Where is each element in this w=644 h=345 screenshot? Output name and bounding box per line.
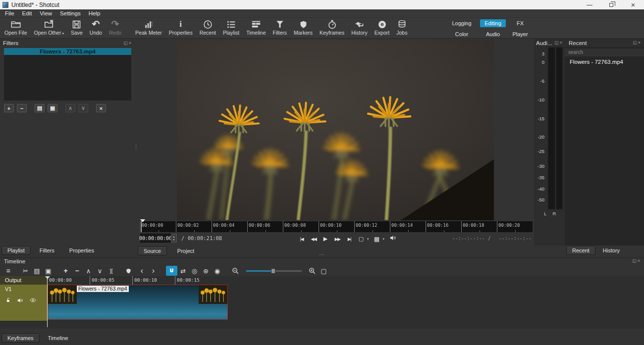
history-button[interactable]: History — [348, 18, 371, 36]
float-panel-icon[interactable]: ◱ — [123, 41, 129, 46]
jobs-button[interactable]: Jobs — [393, 18, 411, 36]
player-playhead[interactable] — [141, 221, 142, 232]
float-panel-icon[interactable]: ◱ — [632, 258, 638, 263]
recent-search-input[interactable] — [565, 49, 644, 56]
tab-history[interactable]: History — [597, 246, 626, 255]
open-file-button[interactable]: Open File — [1, 18, 31, 36]
menu-item[interactable]: View — [36, 10, 56, 16]
ripple-delete-button[interactable]: − — [71, 266, 83, 276]
tab-recent[interactable]: Recent — [566, 246, 595, 255]
v1-track-header[interactable]: V1 — [0, 285, 47, 321]
timeline-button[interactable]: Timeline — [243, 18, 269, 36]
peak-meter-button[interactable]: Peak Meter — [132, 18, 165, 36]
tab-keyframes[interactable]: Keyframes — [1, 334, 40, 343]
tab-timeline[interactable]: Timeline — [42, 334, 74, 343]
mute-track-button[interactable] — [17, 297, 24, 304]
skip-to-end-button[interactable]: ▶| — [345, 237, 353, 242]
hide-track-button[interactable] — [29, 296, 37, 304]
timeline-playhead-cap[interactable] — [45, 276, 50, 279]
zoom-in-button[interactable] — [307, 266, 318, 276]
zoom-fit-button[interactable]: ▢ — [318, 266, 329, 276]
cut-button[interactable]: ✂ — [20, 266, 31, 276]
paste-filters-button[interactable]: ▣ — [48, 104, 57, 112]
grid-button[interactable]: ▦ — [373, 236, 381, 243]
close-button[interactable]: × — [622, 0, 644, 9]
recent-button[interactable]: Recent — [196, 18, 219, 36]
float-panel-icon[interactable]: ◱ — [633, 40, 638, 45]
timeline-ruler[interactable]: 00:00:0000:00:0500:00:1000:00:15 — [47, 276, 644, 285]
timeline-menu-button[interactable]: ≡ — [2, 266, 14, 276]
close-panel-icon[interactable]: × — [638, 40, 642, 45]
deselect-filter-button[interactable]: × — [96, 104, 106, 112]
ripple-button[interactable]: ◎ — [189, 266, 200, 276]
redo-button[interactable]: ↷ Redo — [106, 18, 125, 36]
close-panel-icon[interactable]: × — [560, 40, 563, 45]
lock-track-button[interactable] — [5, 297, 11, 303]
open-other-button[interactable]: Open Other▾ — [31, 18, 67, 36]
mode-player[interactable]: Player — [508, 30, 532, 38]
mode-logging[interactable]: Logging — [447, 19, 476, 27]
ripple-markers-button[interactable]: ◉ — [212, 266, 223, 276]
append-button[interactable]: + — [60, 266, 71, 276]
mode-color[interactable]: Color — [451, 30, 473, 38]
menu-item[interactable]: Edit — [18, 10, 36, 16]
grid-dropdown-icon[interactable]: ▾ — [383, 237, 385, 241]
video-preview[interactable] — [177, 40, 494, 220]
output-track-header[interactable]: Output — [0, 276, 47, 285]
scrub-while-dragging-button[interactable]: ⇄ — [177, 266, 189, 276]
mode-fx[interactable]: FX — [512, 19, 528, 27]
add-filter-button[interactable]: + — [4, 104, 14, 112]
keyframes-button[interactable]: Keyframes — [316, 18, 348, 36]
timeline-clip[interactable]: Flowers - 72763.mp4 — [48, 285, 228, 320]
menu-item[interactable]: Settings — [56, 10, 85, 16]
marker-button[interactable] — [123, 266, 134, 276]
timeline-playhead[interactable] — [47, 276, 48, 327]
play-button[interactable]: ▶ — [322, 236, 329, 242]
ripple-all-tracks-button[interactable]: ⊛ — [200, 266, 212, 276]
undo-button[interactable]: ↶ Undo — [86, 18, 106, 36]
volume-button[interactable] — [389, 234, 397, 244]
timeline-zoom-slider[interactable] — [246, 270, 302, 272]
overwrite-button[interactable]: ∨ — [94, 266, 106, 276]
previous-marker-button[interactable]: ‹ — [136, 266, 148, 276]
tab-filters[interactable]: Filters — [34, 246, 60, 255]
skip-to-start-button[interactable]: |◀ — [298, 237, 306, 242]
export-button[interactable]: Export — [371, 18, 393, 36]
restore-button[interactable] — [600, 0, 622, 9]
minimize-button[interactable]: — — [579, 0, 600, 9]
playlist-button[interactable]: Playlist — [219, 18, 243, 36]
move-filter-down-button[interactable]: ∨ — [78, 104, 88, 112]
fast-forward-button[interactable]: ▶▶ — [333, 237, 341, 242]
copy-filters-button[interactable]: ▤ — [35, 104, 45, 112]
remove-filter-button[interactable]: − — [17, 104, 27, 112]
vertical-splitter-handle[interactable]: ⋮ — [133, 144, 139, 150]
menu-item[interactable]: Help — [85, 10, 105, 16]
tab-source[interactable]: Source — [138, 246, 167, 255]
copy-button[interactable]: ▤ — [31, 266, 43, 276]
next-marker-button[interactable]: › — [148, 266, 159, 276]
rewind-button[interactable]: ◀◀ — [310, 237, 318, 242]
zoom-out-button[interactable] — [230, 266, 241, 276]
tab-properties[interactable]: Properties — [63, 246, 100, 255]
filters-button[interactable]: Filters — [269, 18, 290, 36]
player-time-ruler[interactable]: 00:00:0000:00:0200:00:0400:00:0600:00:08… — [140, 221, 533, 232]
mode-editing[interactable]: Editing — [480, 19, 506, 27]
zoom-fit-toggle-button[interactable]: ▢ — [357, 236, 365, 242]
zoom-dropdown-icon[interactable]: ▾ — [367, 237, 369, 241]
tab-project[interactable]: Project — [171, 246, 200, 255]
menu-item[interactable]: File — [1, 10, 18, 16]
markers-button[interactable]: Markers — [290, 18, 316, 36]
current-position-field[interactable]: 00:00:00:00 — [140, 234, 171, 243]
tab-playlist[interactable]: Playlist — [1, 246, 31, 255]
close-panel-icon[interactable]: × — [129, 41, 132, 46]
zoom-slider-thumb[interactable] — [271, 268, 275, 274]
close-panel-icon[interactable]: × — [638, 258, 641, 263]
recent-file-item[interactable]: Flowers - 72763.mp4 — [565, 56, 644, 66]
float-panel-icon[interactable]: ◱ — [554, 40, 560, 45]
lift-button[interactable]: ∧ — [83, 266, 94, 276]
position-spinner[interactable]: ▲▼ — [171, 234, 177, 243]
mode-audio[interactable]: Audio — [482, 30, 504, 38]
properties-button[interactable]: i Properties — [165, 18, 196, 36]
paste-button[interactable]: ▣ — [43, 266, 54, 276]
save-button[interactable]: Save — [67, 18, 86, 36]
